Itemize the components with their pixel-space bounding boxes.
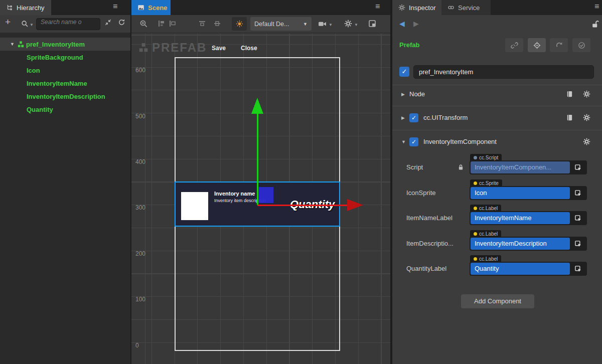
tree-row-root[interactable]: ▼ pref_InventoryItem <box>0 38 130 51</box>
zoom-tool-button[interactable] <box>139 20 148 28</box>
iconsprite-reference-value[interactable]: Icon <box>471 187 570 199</box>
history-forward-button[interactable]: ▶ <box>413 20 419 28</box>
gizmo-y-axis[interactable] <box>257 114 258 205</box>
book-icon <box>566 90 573 98</box>
scene-settings-button[interactable] <box>344 20 352 28</box>
hierarchy-menu-icon[interactable]: ≡ <box>113 2 117 11</box>
align-left-icon <box>158 20 166 28</box>
reset-icon <box>555 42 563 49</box>
search-filter-button[interactable] <box>21 20 29 28</box>
node-name-input[interactable]: pref_InventoryItem <box>413 65 594 79</box>
prefab-locate-button[interactable] <box>528 38 546 52</box>
component-enabled-checkbox[interactable]: ✓ <box>409 137 418 146</box>
tree-row-icon[interactable]: Icon <box>0 64 130 77</box>
settings-dropdown-arrow-icon: ▼ <box>354 23 358 27</box>
gizmo-x-axis[interactable] <box>257 205 349 206</box>
camera-view-button[interactable] <box>318 20 327 28</box>
node-docs-button[interactable] <box>566 90 573 98</box>
node-settings-button[interactable] <box>583 90 590 98</box>
type-dot-icon <box>474 207 477 210</box>
prop-field-iconsprite: Icon <box>470 186 587 200</box>
scene-viewport[interactable]: 600 500 400 300 200 100 0 PREFAB Save Cl… <box>131 34 390 364</box>
collapse-all-button[interactable] <box>104 19 112 26</box>
expand-arrow-icon[interactable]: ▼ <box>401 139 406 144</box>
lighting-toggle-button[interactable] <box>232 17 247 31</box>
browse-quantitylabel-button[interactable] <box>570 263 586 275</box>
add-component-button[interactable]: Add Component <box>461 294 534 308</box>
ruler-label: 500 <box>135 113 145 120</box>
prefab-unlink-button[interactable] <box>505 38 523 52</box>
browse-script-button[interactable] <box>570 161 586 173</box>
hierarchy-panel: Hierarchy ≡ + ▼ Search name o ▼ pref_Inv… <box>0 0 131 364</box>
node-active-checkbox[interactable]: ✓ <box>399 67 409 77</box>
distribute-v-button[interactable] <box>213 20 221 28</box>
tab-inspector[interactable]: Inspector <box>392 0 441 15</box>
uitransform-section-header[interactable]: ▶ ✓ cc.UITransform <box>392 110 602 125</box>
refresh-button[interactable] <box>118 19 125 26</box>
prefab-watermark-label: PREFAB <box>152 41 207 55</box>
tree-row-spritebackground[interactable]: SpriteBackground <box>0 51 130 64</box>
collapse-arrow-icon[interactable]: ▶ <box>401 115 405 120</box>
scene-menu-icon[interactable]: ≡ <box>375 2 380 11</box>
gear-icon <box>344 20 352 28</box>
quantitylabel-reference-value[interactable]: Quantity <box>471 263 570 275</box>
tab-service[interactable]: Service <box>441 0 491 15</box>
tree-item-label: Quantity <box>0 106 53 113</box>
expand-arrow-icon[interactable]: ▼ <box>10 42 15 47</box>
browse-itemnamelabel-button[interactable] <box>570 212 586 224</box>
gizmo-y-arrowhead-icon <box>251 98 263 114</box>
inspector-nav-row: ◀ ▶ <box>392 15 602 33</box>
tab-hierarchy[interactable]: Hierarchy <box>0 0 51 15</box>
lock-inspector-button[interactable] <box>591 20 599 28</box>
hierarchy-tabbar: Hierarchy ≡ <box>0 0 130 15</box>
gear-icon <box>398 4 405 11</box>
uitransform-docs-button[interactable] <box>566 114 573 121</box>
search-input[interactable]: Search name o <box>36 18 100 30</box>
prefab-cubes-icon <box>138 42 149 53</box>
browse-icon <box>574 240 582 248</box>
device-dropdown[interactable]: Default De... ▼ <box>250 17 312 31</box>
device-dropdown-value: Default De... <box>254 21 289 28</box>
collapse-icon <box>104 19 112 26</box>
prefab-mode-watermark: PREFAB <box>138 41 207 55</box>
close-button[interactable]: Close <box>241 45 257 52</box>
prefab-reset-button[interactable] <box>550 38 568 52</box>
component-section-header[interactable]: ▼ ✓ InventoryItemComponent <box>392 134 602 149</box>
align-center-button[interactable] <box>169 20 177 28</box>
component-settings-button[interactable] <box>583 138 590 145</box>
itemnamelabel-reference-value[interactable]: InventoryItemName <box>471 212 570 224</box>
type-tag-label: cc.Label <box>479 256 498 262</box>
type-dot-icon <box>474 156 477 159</box>
prefab-apply-button[interactable] <box>572 38 590 52</box>
tree-row-quantity[interactable]: Quantity <box>0 103 130 116</box>
tree-item-label: Icon <box>0 67 40 74</box>
tab-scene[interactable]: Scene <box>131 0 171 15</box>
split-view-button[interactable] <box>368 20 376 28</box>
node-section-header[interactable]: ▶ Node <box>392 87 602 102</box>
tree-row-inventoryitemdescription[interactable]: InventoryItemDescription <box>0 90 130 103</box>
gizmo-xy-plane-handle[interactable] <box>257 187 273 203</box>
uitransform-enabled-checkbox[interactable]: ✓ <box>409 113 418 122</box>
browse-icon <box>574 215 582 222</box>
inspector-menu-icon[interactable]: ≡ <box>594 2 599 11</box>
browse-iconsprite-button[interactable] <box>570 187 586 199</box>
history-back-button[interactable]: ◀ <box>399 20 405 28</box>
scene-toolbar: Default De... ▼ ▼ ▼ <box>131 15 390 33</box>
align-center-icon <box>169 20 177 28</box>
script-reference-value[interactable]: InventoryItemComponen... <box>471 161 570 173</box>
save-button[interactable]: Save <box>212 45 226 52</box>
browse-itemdescription-button[interactable] <box>570 238 586 250</box>
align-left-button[interactable] <box>158 20 166 28</box>
scene-panel: Scene ≡ Default De... ▼ ▼ ▼ 600 500 400 … <box>131 0 390 364</box>
search-filter-arrow-icon: ▼ <box>30 23 34 27</box>
gizmo-x-arrowhead-icon <box>347 199 363 211</box>
add-node-button[interactable]: + <box>5 17 11 28</box>
collapse-arrow-icon[interactable]: ▶ <box>401 92 405 97</box>
uitransform-settings-button[interactable] <box>583 114 590 121</box>
itemdescription-reference-value[interactable]: InventoryItemDescription <box>471 238 570 250</box>
prop-label-iconsprite: IconSprite <box>406 189 466 197</box>
camera-icon <box>318 20 327 28</box>
distribute-h-button[interactable] <box>198 20 206 28</box>
scene-tab-label: Scene <box>148 4 167 12</box>
tree-row-inventoryitemname[interactable]: InventoryItemName <box>0 77 130 90</box>
